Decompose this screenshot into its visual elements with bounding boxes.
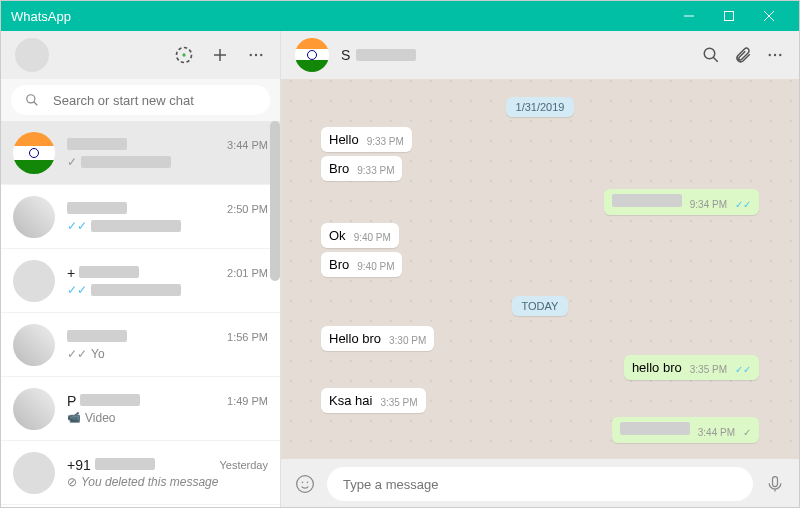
scrollbar[interactable] — [270, 121, 280, 281]
message-text: hello bro — [632, 360, 682, 375]
conversation-panel: S 1/31/2019Hello9:33 PMBro9:33 PM9:34 PM… — [281, 31, 799, 508]
svg-line-12 — [34, 102, 38, 106]
message-time: 9:33 PM — [357, 165, 394, 176]
window-buttons — [669, 1, 789, 31]
status-icon[interactable] — [174, 45, 194, 65]
app-title: WhatsApp — [11, 9, 669, 24]
search-conversation-icon[interactable] — [701, 45, 721, 65]
message-tick: ✓ — [743, 427, 751, 438]
svg-point-13 — [704, 48, 715, 59]
message-time: 9:34 PM — [690, 199, 727, 210]
message-time: 9:40 PM — [357, 261, 394, 272]
message-time: 3:35 PM — [380, 397, 417, 408]
search-icon — [25, 93, 39, 107]
conversation-menu-icon[interactable] — [765, 45, 785, 65]
search-input[interactable] — [53, 93, 256, 108]
attach-icon[interactable] — [733, 45, 753, 65]
svg-point-9 — [255, 54, 257, 56]
mic-icon[interactable] — [765, 474, 785, 494]
svg-point-19 — [302, 482, 304, 484]
compose-bar — [281, 459, 799, 508]
message-bubble[interactable]: Hello bro3:30 PM — [321, 326, 434, 351]
chat-item[interactable]: 2:50 PM✓✓ — [1, 185, 280, 249]
chat-item[interactable]: + 2:01 PM✓✓ — [1, 249, 280, 313]
minimize-button[interactable] — [669, 1, 709, 31]
message-bubble[interactable]: Ok9:40 PM — [321, 223, 399, 248]
message-text — [620, 422, 690, 438]
message-text: Hello — [329, 132, 359, 147]
maximize-button[interactable] — [709, 1, 749, 31]
message-text: Bro — [329, 257, 349, 272]
svg-point-5 — [182, 53, 185, 56]
message-time: 9:33 PM — [367, 136, 404, 147]
message-input[interactable] — [343, 477, 737, 492]
message-text: Bro — [329, 161, 349, 176]
close-button[interactable] — [749, 1, 789, 31]
svg-point-15 — [769, 54, 771, 56]
message-bubble[interactable]: Ksa hai3:35 PM — [321, 388, 426, 413]
chat-time: 1:49 PM — [227, 395, 268, 407]
message-time: 9:40 PM — [354, 232, 391, 243]
chat-name — [67, 137, 127, 153]
message-tick: ✓✓ — [735, 364, 751, 375]
contact-avatar[interactable] — [295, 38, 329, 72]
titlebar: WhatsApp — [1, 1, 799, 31]
message-bubble[interactable]: hello bro3:35 PM✓✓ — [624, 355, 759, 380]
message-bubble[interactable]: 9:34 PM✓✓ — [604, 189, 759, 215]
message-list[interactable]: 1/31/2019Hello9:33 PMBro9:33 PM9:34 PM✓✓… — [281, 79, 799, 459]
svg-point-18 — [297, 476, 314, 493]
date-chip: TODAY — [512, 296, 569, 316]
date-chip: 1/31/2019 — [506, 97, 575, 117]
chat-item[interactable]: P 1:49 PM📹Video — [1, 377, 280, 441]
chat-preview: ✓✓Yo — [67, 347, 268, 361]
svg-rect-21 — [773, 477, 778, 487]
message-bubble[interactable]: Hello9:33 PM — [321, 127, 412, 152]
chat-avatar — [13, 196, 55, 238]
svg-point-11 — [27, 95, 35, 103]
chat-item[interactable]: 1:56 PM✓✓Yo — [1, 313, 280, 377]
chat-avatar — [13, 324, 55, 366]
search-wrap — [1, 79, 280, 121]
left-panel: 3:44 PM✓2:50 PM✓✓+ 2:01 PM✓✓1:56 PM✓✓YoP… — [1, 31, 281, 508]
chat-time: 2:50 PM — [227, 203, 268, 215]
emoji-icon[interactable] — [295, 474, 315, 494]
message-text — [612, 194, 682, 210]
chat-preview: ✓✓ — [67, 283, 268, 297]
new-chat-icon[interactable] — [210, 45, 230, 65]
svg-point-20 — [307, 482, 309, 484]
svg-point-17 — [779, 54, 781, 56]
chat-item[interactable]: +91 Yesterday⊘You deleted this message — [1, 441, 280, 505]
message-text: Hello bro — [329, 331, 381, 346]
chat-list[interactable]: 3:44 PM✓2:50 PM✓✓+ 2:01 PM✓✓1:56 PM✓✓YoP… — [1, 121, 280, 508]
chat-avatar — [13, 388, 55, 430]
chat-preview: ✓ — [67, 155, 268, 169]
menu-icon[interactable] — [246, 45, 266, 65]
svg-point-8 — [250, 54, 252, 56]
compose-input-wrap[interactable] — [327, 467, 753, 501]
chat-preview: 📹Video — [67, 411, 268, 425]
message-time: 3:30 PM — [389, 335, 426, 346]
chat-time: 2:01 PM — [227, 267, 268, 279]
message-bubble[interactable]: Bro9:40 PM — [321, 252, 402, 277]
contact-name[interactable]: S — [341, 47, 689, 63]
app-body: 3:44 PM✓2:50 PM✓✓+ 2:01 PM✓✓1:56 PM✓✓YoP… — [1, 31, 799, 508]
search-box[interactable] — [11, 85, 270, 115]
message-bubble[interactable]: Bro9:33 PM — [321, 156, 402, 181]
left-header — [1, 31, 280, 79]
chat-name — [67, 201, 127, 217]
message-text: Ksa hai — [329, 393, 372, 408]
chat-preview: ⊘You deleted this message — [67, 475, 268, 489]
message-bubble[interactable]: 3:44 PM✓ — [612, 417, 759, 443]
message-tick: ✓✓ — [735, 199, 751, 210]
svg-line-14 — [713, 57, 718, 62]
my-avatar[interactable] — [15, 38, 49, 72]
chat-item[interactable]: 3:44 PM✓ — [1, 121, 280, 185]
conversation-header: S — [281, 31, 799, 79]
chat-name — [67, 329, 127, 345]
chat-name: + — [67, 265, 139, 281]
chat-avatar — [13, 452, 55, 494]
chat-time: Yesterday — [219, 459, 268, 471]
message-text: Ok — [329, 228, 346, 243]
chat-time: 1:56 PM — [227, 331, 268, 343]
message-time: 3:44 PM — [698, 427, 735, 438]
